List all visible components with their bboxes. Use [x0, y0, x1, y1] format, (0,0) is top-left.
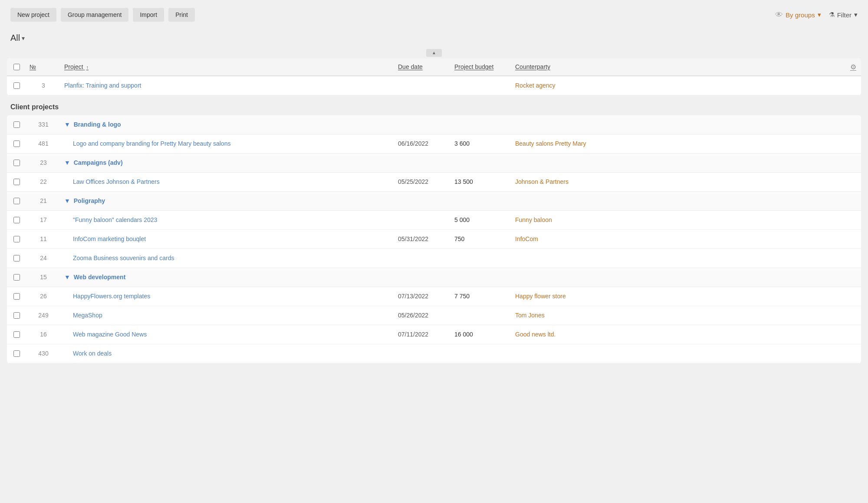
row-checkbox-cell: [7, 232, 26, 246]
row-counterparty[interactable]: Happy flower store: [512, 289, 845, 303]
toolbar: New project Group management Import Prin…: [0, 0, 868, 29]
chevron-down-icon: ▾: [818, 11, 821, 19]
row-due-date: 05/31/2022: [395, 232, 451, 246]
subgroup-checkbox[interactable]: [13, 198, 20, 204]
print-button[interactable]: Print: [168, 8, 195, 22]
eye-icon: 👁: [775, 10, 783, 20]
table-row: 26 HappyFlowers.org templates 07/13/2022…: [7, 287, 861, 306]
subgroup-number: 15: [26, 270, 61, 284]
row-checkbox[interactable]: [13, 179, 20, 185]
row-project-name[interactable]: Logo and company branding for Pretty Mar…: [61, 137, 395, 150]
all-dropdown[interactable]: All ▾: [10, 33, 25, 43]
table-header: № Project ↑ Due date Project budget Coun…: [7, 59, 861, 76]
row-number: 249: [26, 308, 61, 322]
subgroup-row-campaigns: 23 ▼ Campaigns (adv): [7, 154, 861, 173]
subgroup-name[interactable]: ▼ Poligraphy: [61, 194, 395, 208]
row-counterparty: [512, 350, 845, 357]
select-all-checkbox[interactable]: [13, 64, 20, 70]
row-budget: 750: [451, 232, 512, 246]
row-checkbox[interactable]: [13, 140, 20, 147]
all-label-text: All: [10, 33, 20, 43]
subgroup-number: 21: [26, 194, 61, 208]
col-number-header[interactable]: №: [26, 63, 61, 70]
subgroup-checkbox[interactable]: [13, 274, 20, 281]
row-counterparty[interactable]: Funny baloon: [512, 213, 845, 227]
new-project-button[interactable]: New project: [10, 8, 56, 22]
table-row: 481 Logo and company branding for Pretty…: [7, 134, 861, 154]
col-budget-header[interactable]: Project budget: [451, 63, 512, 70]
col-due-date-header[interactable]: Due date: [395, 63, 451, 70]
subgroup-checkbox[interactable]: [13, 121, 20, 128]
row-counterparty[interactable]: InfoCom: [512, 232, 845, 246]
row-checkbox[interactable]: [13, 236, 20, 242]
row-budget: 16 000: [451, 327, 512, 341]
subgroup-checkbox-cell: [7, 118, 26, 131]
subgroup-number: 331: [26, 118, 61, 131]
row-project-name[interactable]: HappyFlowers.org templates: [61, 289, 395, 303]
row-checkbox-cell: [7, 137, 26, 150]
group-title-text: Client projects: [10, 103, 59, 111]
row-checkbox[interactable]: [13, 255, 20, 261]
row-number: 26: [26, 289, 61, 303]
row-project-name[interactable]: Planfix: Training and support: [61, 78, 395, 92]
group-table: 331 ▼ Branding & logo 481 Logo and compa…: [7, 115, 861, 363]
table-row: 17 "Funny baloon" calendars 2023 5 000 F…: [7, 211, 861, 230]
row-counterparty[interactable]: Tom Jones: [512, 308, 845, 322]
row-budget: 7 750: [451, 289, 512, 303]
row-project-name[interactable]: Law Offices Johnson & Partners: [61, 175, 395, 189]
table-row: 11 InfoCom marketing bouqlet 05/31/2022 …: [7, 230, 861, 249]
row-checkbox[interactable]: [13, 217, 20, 223]
row-project-name[interactable]: InfoCom marketing bouqlet: [61, 232, 395, 246]
row-project-name[interactable]: "Funny baloon" calendars 2023: [61, 213, 395, 227]
top-table: № Project ↑ Due date Project budget Coun…: [7, 59, 861, 95]
row-checkbox-cell: [7, 290, 26, 303]
row-counterparty[interactable]: Rocket agency: [512, 78, 845, 92]
row-counterparty[interactable]: Beauty salons Pretty Mary: [512, 137, 845, 150]
by-groups-toggle[interactable]: 👁 By groups ▾: [775, 10, 821, 20]
row-number: 481: [26, 137, 61, 150]
row-project-name[interactable]: Web magazine Good News: [61, 327, 395, 341]
subgroup-checkbox[interactable]: [13, 160, 20, 166]
sort-arrow-icon: ↑: [86, 65, 89, 70]
row-counterparty: [512, 255, 845, 261]
subgroup-checkbox-cell: [7, 156, 26, 170]
row-checkbox[interactable]: [13, 293, 20, 300]
subgroup-name[interactable]: ▼ Web development: [61, 270, 395, 284]
all-row: All ▾: [0, 29, 868, 48]
row-project-name[interactable]: MegaShop: [61, 308, 395, 322]
row-number: 22: [26, 175, 61, 189]
filter-button[interactable]: ⚗ Filter ▾: [829, 11, 858, 19]
group-client-projects: Client projects 331 ▼ Branding & logo 48…: [0, 95, 868, 363]
subgroup-name[interactable]: ▼ Campaigns (adv): [61, 156, 395, 170]
header-checkbox-cell: [7, 64, 26, 70]
row-due-date: 05/26/2022: [395, 308, 451, 322]
row-checkbox[interactable]: [13, 331, 20, 338]
table-row: 22 Law Offices Johnson & Partners 05/25/…: [7, 173, 861, 192]
row-checkbox[interactable]: [13, 82, 20, 89]
row-budget: 5 000: [451, 213, 512, 227]
row-number: 16: [26, 327, 61, 341]
row-due-date: [395, 216, 451, 223]
group-management-button[interactable]: Group management: [61, 8, 129, 22]
table-row: 249 MegaShop 05/26/2022 Tom Jones: [7, 306, 861, 325]
row-checkbox[interactable]: [13, 312, 20, 319]
subgroup-row-branding: 331 ▼ Branding & logo: [7, 115, 861, 134]
col-counterparty-header[interactable]: Counterparty: [512, 63, 845, 70]
scroll-up-button[interactable]: ▲: [426, 49, 442, 57]
row-project-name[interactable]: Work on deals: [61, 346, 395, 360]
row-project-name[interactable]: Zooma Business souvenirs and cards: [61, 251, 395, 265]
row-budget: 13 500: [451, 175, 512, 189]
settings-icon[interactable]: ⚙: [845, 63, 861, 71]
import-button[interactable]: Import: [133, 8, 164, 22]
row-due-date: [395, 82, 451, 89]
row-budget: [451, 312, 512, 319]
col-project-header[interactable]: Project ↑: [61, 63, 395, 70]
row-number: 17: [26, 213, 61, 227]
row-counterparty[interactable]: Good news ltd.: [512, 327, 845, 341]
row-checkbox-cell: [7, 252, 26, 265]
subgroup-checkbox-cell: [7, 194, 26, 208]
row-counterparty[interactable]: Johnson & Partners: [512, 175, 845, 189]
row-checkbox[interactable]: [13, 350, 20, 357]
subgroup-name[interactable]: ▼ Branding & logo: [61, 118, 395, 131]
by-groups-label: By groups: [786, 11, 815, 19]
